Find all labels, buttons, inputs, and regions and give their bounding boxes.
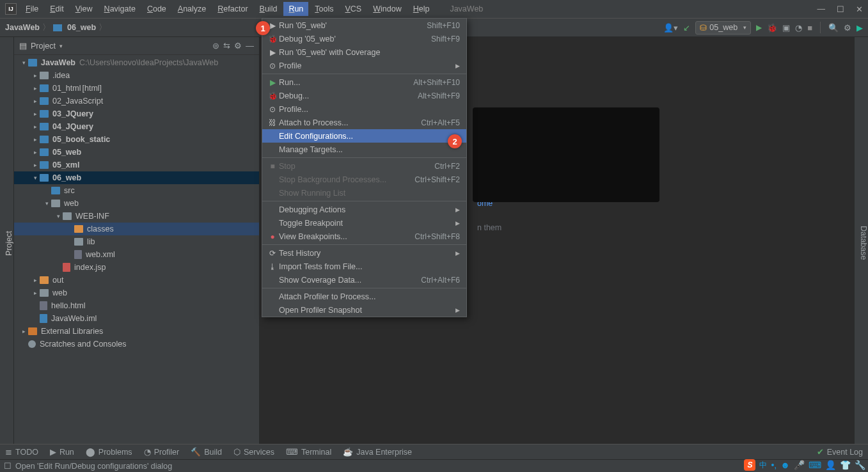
bottom-tool-run[interactable]: ▶Run — [50, 447, 74, 457]
tree-node[interactable]: 05_xml — [14, 159, 259, 171]
tree-node[interactable]: 02_JavaScript — [14, 95, 259, 107]
menu-item[interactable]: Edit Configurations... — [262, 129, 466, 143]
run-button-icon[interactable]: ▶ — [756, 23, 762, 32]
close-icon[interactable]: ✕ — [856, 4, 863, 14]
bottom-tool-java-enterprise[interactable]: ☕Java Enterprise — [343, 447, 412, 457]
tree-node[interactable]: 04_JQuery — [14, 120, 259, 133]
tree-arrow-icon[interactable] — [31, 98, 40, 104]
tree-node[interactable]: 03_JQuery — [14, 107, 259, 120]
expand-icon[interactable]: ⇆ — [223, 41, 230, 51]
menu-build[interactable]: Build — [255, 2, 283, 16]
breadcrumb-module[interactable]: 06_web — [67, 23, 96, 32]
bottom-tool-terminal[interactable]: ⌨Terminal — [286, 447, 331, 457]
menu-item[interactable]: ▶Run '05_web' with Coverage — [262, 45, 466, 59]
menu-item[interactable]: ⊙Profile... — [262, 102, 466, 116]
menu-item[interactable]: Manage Targets... — [262, 143, 466, 156]
hammer-icon[interactable]: ↙ — [683, 23, 690, 33]
ime-emoji-icon[interactable]: ☻ — [780, 460, 790, 470]
tree-node[interactable]: web.xml — [14, 248, 259, 261]
bottom-tool-build[interactable]: 🔨Build — [191, 447, 222, 457]
tree-node[interactable]: .idea — [14, 69, 259, 82]
ime-lang-indicator[interactable]: 中 — [759, 460, 767, 471]
hide-icon[interactable]: — — [246, 41, 254, 51]
tree-node[interactable]: classes — [14, 223, 259, 235]
menu-view[interactable]: View — [70, 2, 98, 16]
debug-button-icon[interactable]: 🐞 — [767, 23, 777, 33]
menu-item[interactable]: Open Profiler Snapshot▶ — [262, 303, 466, 317]
menu-item[interactable]: ▶Run...Alt+Shift+F10 — [262, 75, 466, 89]
tree-node[interactable]: 05_web — [14, 146, 259, 159]
tree-arrow-icon[interactable] — [31, 162, 40, 168]
profiler-icon[interactable]: ◔ — [795, 23, 802, 33]
menu-item[interactable]: ●View Breakpoints...Ctrl+Shift+F8 — [262, 230, 466, 243]
tree-arrow-icon[interactable] — [42, 200, 51, 207]
tree-arrow-icon[interactable] — [31, 290, 40, 296]
tree-node[interactable]: JavaWebC:\Users\lenovo\IdeaProjects\Java… — [14, 56, 259, 69]
menu-help[interactable]: Help — [408, 2, 435, 16]
tree-arrow-icon[interactable] — [31, 136, 40, 143]
bottom-tool-services[interactable]: ⬡Services — [233, 447, 274, 457]
tree-arrow-icon[interactable] — [19, 59, 28, 66]
bottom-tool-problems[interactable]: ⬤Problems — [86, 447, 132, 457]
tree-arrow-icon[interactable] — [31, 72, 40, 79]
project-view-selector[interactable]: Project — [31, 42, 63, 51]
tree-arrow-icon[interactable] — [31, 123, 40, 130]
locate-icon[interactable]: ⊚ — [212, 41, 219, 51]
tree-node[interactable]: 01_html [html] — [14, 82, 259, 95]
tree-node[interactable]: web — [14, 287, 259, 299]
play-services-icon[interactable]: ▶ — [856, 23, 863, 33]
tree-node[interactable]: index.jsp — [14, 261, 259, 274]
ime-skin-icon[interactable]: 👕 — [840, 460, 851, 470]
settings-gear-icon[interactable]: ⚙ — [234, 41, 242, 51]
maximize-icon[interactable]: ☐ — [837, 4, 844, 14]
breadcrumb-root[interactable]: JavaWeb — [5, 23, 40, 32]
sogou-icon[interactable]: S — [744, 459, 755, 471]
minimize-icon[interactable]: — — [817, 4, 826, 14]
settings-icon[interactable]: ⚙ — [844, 23, 851, 33]
tree-node[interactable]: hello.html — [14, 299, 259, 312]
ime-voice-icon[interactable]: 🎤 — [794, 460, 805, 470]
menu-window[interactable]: Window — [368, 2, 406, 16]
menu-edit[interactable]: Edit — [45, 2, 69, 16]
menu-item[interactable]: 🐞Debug '05_web'Shift+F9 — [262, 32, 466, 45]
tree-node[interactable]: JavaWeb.iml — [14, 312, 259, 325]
menu-item[interactable]: ⭳Import Tests from File... — [262, 260, 466, 273]
tree-arrow-icon[interactable] — [31, 175, 40, 181]
tree-node[interactable]: lib — [14, 235, 259, 248]
toolwindow-tab-project[interactable]: Project — [4, 231, 13, 256]
statusbar-toggle-icon[interactable]: ☐ — [4, 461, 12, 471]
tree-arrow-icon[interactable] — [54, 213, 63, 219]
menu-navigate[interactable]: Navigate — [99, 2, 141, 16]
project-tree[interactable]: JavaWebC:\Users\lenovo\IdeaProjects\Java… — [14, 55, 259, 444]
tree-arrow-icon[interactable] — [31, 111, 40, 117]
run-config-selector[interactable]: ⛁ 05_web — [695, 21, 751, 35]
tree-arrow-icon[interactable] — [31, 277, 40, 283]
stop-icon[interactable]: ■ — [807, 23, 812, 33]
tree-node[interactable]: 06_web — [14, 171, 259, 184]
menu-code[interactable]: Code — [142, 2, 171, 16]
menu-tools[interactable]: Tools — [310, 2, 338, 16]
menu-item[interactable]: ▶Run '05_web'Shift+F10 — [262, 19, 466, 32]
tree-node[interactable]: Scratches and Consoles — [14, 338, 259, 350]
menu-analyze[interactable]: Analyze — [173, 2, 211, 16]
ime-punct-icon[interactable]: •, — [771, 460, 777, 470]
ime-user-icon[interactable]: 👤 — [825, 460, 836, 470]
menu-item[interactable]: Debugging Actions▶ — [262, 203, 466, 216]
tree-node[interactable]: External Libraries — [14, 325, 259, 338]
menu-run[interactable]: Run — [283, 2, 308, 16]
tree-node[interactable]: src — [14, 184, 259, 197]
menu-file[interactable]: File — [20, 2, 43, 16]
bottom-tool-todo[interactable]: ≣TODO — [5, 447, 38, 457]
toolwindow-tab-database[interactable]: Database — [859, 226, 868, 260]
menu-item[interactable]: ⟳Test History▶ — [262, 246, 466, 260]
search-icon[interactable]: 🔍 — [828, 23, 839, 33]
tree-arrow-icon[interactable] — [19, 328, 28, 334]
tree-node[interactable]: WEB-INF — [14, 210, 259, 223]
user-icon[interactable]: 👤▾ — [663, 23, 678, 33]
tree-node[interactable]: 05_book_static — [14, 133, 259, 146]
menu-item[interactable]: Show Coverage Data...Ctrl+Alt+F6 — [262, 273, 466, 287]
ime-toolbox-icon[interactable]: 🔧 — [855, 460, 865, 470]
menu-item[interactable]: ⛓Attach to Process...Ctrl+Alt+F5 — [262, 116, 466, 129]
tree-arrow-icon[interactable] — [31, 149, 40, 155]
menu-item[interactable]: Attach Profiler to Process... — [262, 290, 466, 303]
